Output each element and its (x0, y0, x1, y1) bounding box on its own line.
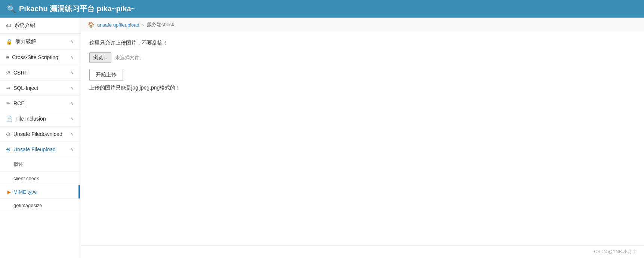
sidebar-subitem-overview[interactable]: 概述 (0, 157, 80, 172)
breadcrumb-current: 服务端check (147, 21, 174, 28)
sidebar-subitem-label: getimagesize (13, 203, 42, 208)
chevron-icon: ∨ (71, 55, 74, 60)
list-icon: ≡ (6, 54, 9, 60)
sidebar-item-label: File Inclusion (15, 116, 46, 122)
upload-button[interactable]: 开始上传 (89, 69, 123, 81)
header-title: Pikachu 漏洞练习平台 pika~pika~ (19, 4, 135, 14)
selection-arrow-icon: ▶ (7, 189, 11, 195)
sidebar-item-label: RCE (13, 100, 25, 106)
circle-plus-icon: ⊕ (6, 146, 10, 152)
sidebar-item-xss[interactable]: ≡ Cross-Site Scripting ∨ (0, 50, 80, 65)
app-header: 🔍 Pikachu 漏洞练习平台 pika~pika~ (0, 0, 644, 18)
breadcrumb: 🏠 unsafe upfileupload › 服务端check (80, 18, 644, 32)
tag-icon: 🏷 (6, 22, 11, 28)
home-icon: 🏠 (88, 22, 94, 28)
circle-icon: ⊙ (6, 131, 10, 137)
footer-text: CSDN @YNB.小月半 (594, 249, 637, 254)
sidebar-item-label: Unsafe Filedownload (13, 131, 62, 137)
chevron-icon: ∨ (71, 131, 74, 137)
lock-icon: 🔒 (6, 39, 12, 45)
sidebar-item-label: 系统介绍 (14, 22, 35, 29)
upload-result-text: 上传的图片只能是jpg,jpeg,png格式的！ (89, 85, 635, 91)
file-icon: 📄 (6, 116, 12, 122)
sidebar-subitem-label: client check (13, 176, 39, 181)
sidebar-item-brute-force[interactable]: 🔒 暴力破解 ∨ (0, 34, 80, 50)
sidebar-item-rce[interactable]: ✏ RCE ∨ (0, 96, 80, 111)
sidebar: 🏷 系统介绍 🔒 暴力破解 ∨ ≡ Cross-Site Scripting ∨… (0, 18, 80, 258)
file-upload-row: 浏览... 未选择文件。 (89, 52, 635, 63)
main-content: 🏠 unsafe upfileupload › 服务端check 这里只允许上传… (80, 18, 644, 258)
pencil-icon: ✏ (6, 100, 10, 106)
sidebar-item-unsafe-filedownload[interactable]: ⊙ Unsafe Filedownload ∨ (0, 127, 80, 142)
upload-section: 开始上传 (89, 69, 635, 85)
sidebar-subitem-mime-type[interactable]: ▶ MIME type (0, 185, 80, 199)
sidebar-item-label: SQL-Inject (13, 85, 38, 91)
sidebar-item-label: CSRF (13, 70, 28, 76)
sidebar-item-file-inclusion[interactable]: 📄 File Inclusion ∨ (0, 111, 80, 127)
browse-button[interactable]: 浏览... (89, 52, 111, 63)
sidebar-subitem-label: MIME type (13, 189, 37, 195)
csrf-icon: ↺ (6, 70, 10, 76)
chevron-icon: ∨ (71, 147, 74, 152)
sidebar-item-unsafe-fileupload[interactable]: ⊕ Unsafe Fileupload ∨ (0, 142, 80, 157)
chevron-icon: ∨ (71, 101, 74, 106)
arrow-icon: ⇒ (6, 85, 10, 91)
breadcrumb-parent[interactable]: unsafe upfileupload (97, 22, 139, 28)
chevron-icon: ∨ (71, 116, 74, 121)
sidebar-subitem-client-check[interactable]: client check (0, 172, 80, 185)
sidebar-subitem-getimagesize[interactable]: getimagesize (0, 199, 80, 212)
footer: CSDN @YNB.小月半 (80, 245, 644, 258)
page-content: 这里只允许上传图片，不要乱搞！ 浏览... 未选择文件。 开始上传 上传的图片只… (80, 32, 644, 245)
chevron-icon: ∨ (71, 70, 74, 75)
page-description: 这里只允许上传图片，不要乱搞！ (89, 40, 635, 46)
sidebar-item-label: 暴力破解 (15, 38, 36, 45)
chevron-icon: ∨ (71, 85, 74, 91)
sidebar-item-sql-inject[interactable]: ⇒ SQL-Inject ∨ (0, 81, 80, 96)
sidebar-item-label: Cross-Site Scripting (12, 54, 58, 60)
sidebar-item-sys-intro[interactable]: 🏷 系统介绍 (0, 18, 80, 34)
chevron-icon: ∨ (71, 39, 74, 44)
header-icon: 🔍 (7, 4, 16, 13)
sidebar-subitem-label: 概述 (13, 161, 23, 168)
file-label: 未选择文件。 (115, 54, 144, 61)
sidebar-item-label: Unsafe Fileupload (13, 146, 56, 152)
sidebar-item-csrf[interactable]: ↺ CSRF ∨ (0, 65, 80, 81)
breadcrumb-separator: › (142, 22, 144, 28)
